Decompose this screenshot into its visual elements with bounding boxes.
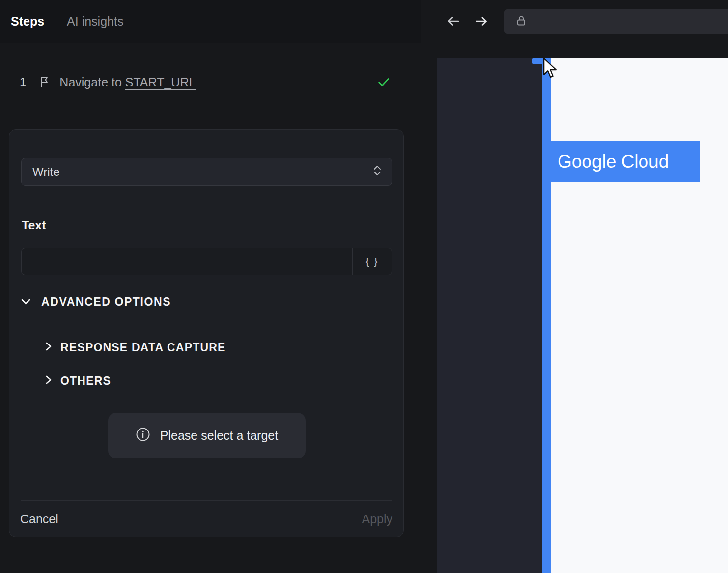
start-url-link[interactable]: START_URL <box>125 75 196 89</box>
panel-divider <box>421 0 421 573</box>
left-topbar: Steps AI insights <box>0 0 421 43</box>
step-editor-card: Write Text { } ADVANCED OPTIONS <box>9 129 404 537</box>
advanced-options-label: ADVANCED OPTIONS <box>41 295 171 309</box>
site-dark-panel <box>437 58 542 573</box>
lock-icon <box>516 15 527 29</box>
step-number: 1 <box>20 75 26 89</box>
tab-steps[interactable]: Steps <box>11 14 44 29</box>
action-select-value: Write <box>32 165 60 179</box>
others-label: OTHERS <box>60 374 111 388</box>
target-hint-text: Please select a target <box>160 429 278 443</box>
url-bar[interactable] <box>504 9 728 34</box>
target-hint-pill: Please select a target <box>108 413 306 458</box>
chevron-updown-icon <box>372 164 383 180</box>
browser-toolbar <box>421 0 728 43</box>
check-icon <box>377 75 391 89</box>
chevron-right-icon <box>45 374 53 388</box>
text-input-group: { } <box>21 248 392 275</box>
google-cloud-highlight[interactable]: Google Cloud <box>549 141 700 182</box>
advanced-options-toggle[interactable]: ADVANCED OPTIONS <box>21 295 171 309</box>
chevron-down-icon <box>21 295 30 309</box>
response-data-capture-label: RESPONSE DATA CAPTURE <box>60 341 226 354</box>
cursor-pointer-icon <box>540 57 560 82</box>
editor-footer: Cancel Apply <box>9 501 403 537</box>
forward-button[interactable] <box>474 14 489 29</box>
back-button[interactable] <box>446 14 461 29</box>
cancel-button[interactable]: Cancel <box>20 512 58 526</box>
action-select[interactable]: Write <box>21 158 392 186</box>
info-icon <box>136 427 150 445</box>
insert-variable-button[interactable]: { } <box>352 248 392 275</box>
flag-icon <box>39 76 50 88</box>
tab-ai-insights[interactable]: AI insights <box>67 14 123 29</box>
step-title: Navigate to START_URL <box>59 75 196 89</box>
text-field-label: Text <box>22 218 46 232</box>
site-page <box>551 58 728 573</box>
others-toggle[interactable]: OTHERS <box>45 374 111 388</box>
selection-highlight-strip[interactable] <box>542 58 551 573</box>
response-data-capture-toggle[interactable]: RESPONSE DATA CAPTURE <box>45 341 226 354</box>
step-row[interactable]: 1 Navigate to START_URL <box>0 68 421 96</box>
app: Steps AI insights 1 Navigate to START_UR… <box>0 0 728 573</box>
chevron-right-icon <box>45 341 53 354</box>
apply-button[interactable]: Apply <box>362 512 392 526</box>
text-input[interactable] <box>22 248 352 275</box>
